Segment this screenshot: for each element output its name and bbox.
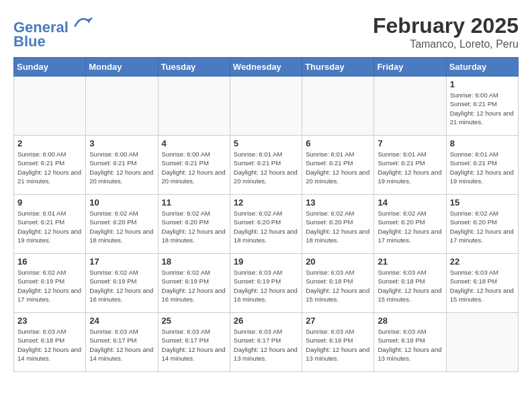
day-info: Sunrise: 6:03 AM Sunset: 6:18 PM Dayligh…: [17, 327, 82, 363]
calendar-cell: 6Sunrise: 6:01 AM Sunset: 6:21 PM Daylig…: [302, 136, 374, 195]
logo-icon: [74, 13, 93, 32]
day-info: Sunrise: 6:02 AM Sunset: 6:20 PM Dayligh…: [378, 209, 442, 244]
calendar-cell: 14Sunrise: 6:02 AM Sunset: 6:20 PM Dayli…: [374, 195, 446, 254]
day-number: 20: [306, 257, 370, 267]
day-info: Sunrise: 6:03 AM Sunset: 6:18 PM Dayligh…: [306, 268, 370, 304]
calendar-cell: 25Sunrise: 6:03 AM Sunset: 6:17 PM Dayli…: [158, 313, 230, 372]
day-number: 6: [306, 138, 370, 148]
day-info: Sunrise: 6:02 AM Sunset: 6:20 PM Dayligh…: [162, 209, 226, 244]
calendar-cell: 13Sunrise: 6:02 AM Sunset: 6:20 PM Dayli…: [302, 195, 374, 254]
day-number: 15: [450, 197, 515, 208]
day-info: Sunrise: 6:03 AM Sunset: 6:16 PM Dayligh…: [378, 327, 442, 363]
day-number: 4: [162, 138, 226, 148]
day-info: Sunrise: 6:02 AM Sunset: 6:19 PM Dayligh…: [89, 268, 154, 304]
calendar-cell: 9Sunrise: 6:01 AM Sunset: 6:21 PM Daylig…: [14, 195, 86, 254]
day-info: Sunrise: 6:00 AM Sunset: 6:21 PM Dayligh…: [89, 150, 154, 185]
page-header: General Blue February 2025 Tamanco, Lore…: [13, 13, 519, 50]
calendar-cell: [446, 313, 518, 372]
calendar-cell: 11Sunrise: 6:02 AM Sunset: 6:20 PM Dayli…: [158, 195, 230, 254]
weekday-header-row: SundayMondayTuesdayWednesdayThursdayFrid…: [14, 58, 519, 77]
week-row-5: 23Sunrise: 6:03 AM Sunset: 6:18 PM Dayli…: [14, 313, 519, 372]
week-row-3: 9Sunrise: 6:01 AM Sunset: 6:21 PM Daylig…: [14, 195, 519, 254]
day-info: Sunrise: 6:00 AM Sunset: 6:21 PM Dayligh…: [17, 150, 82, 185]
calendar-cell: 26Sunrise: 6:03 AM Sunset: 6:17 PM Dayli…: [230, 313, 302, 372]
calendar-cell: 27Sunrise: 6:03 AM Sunset: 6:16 PM Dayli…: [302, 313, 374, 372]
day-info: Sunrise: 6:02 AM Sunset: 6:20 PM Dayligh…: [89, 209, 154, 244]
day-number: 9: [17, 197, 82, 208]
day-info: Sunrise: 6:02 AM Sunset: 6:20 PM Dayligh…: [306, 209, 370, 244]
month-title: February 2025: [373, 13, 519, 38]
day-info: Sunrise: 6:00 AM Sunset: 6:21 PM Dayligh…: [450, 91, 515, 126]
day-info: Sunrise: 6:01 AM Sunset: 6:21 PM Dayligh…: [234, 150, 298, 185]
day-number: 11: [162, 197, 226, 208]
calendar-cell: 2Sunrise: 6:00 AM Sunset: 6:21 PM Daylig…: [14, 136, 86, 195]
calendar-cell: 7Sunrise: 6:01 AM Sunset: 6:21 PM Daylig…: [374, 136, 446, 195]
day-number: 17: [89, 257, 154, 267]
day-info: Sunrise: 6:03 AM Sunset: 6:17 PM Dayligh…: [234, 327, 298, 363]
calendar-cell: 4Sunrise: 6:00 AM Sunset: 6:21 PM Daylig…: [158, 136, 230, 195]
calendar-cell: 21Sunrise: 6:03 AM Sunset: 6:18 PM Dayli…: [374, 254, 446, 313]
calendar-cell: 19Sunrise: 6:03 AM Sunset: 6:19 PM Dayli…: [230, 254, 302, 313]
day-number: 21: [378, 257, 442, 267]
calendar-table: SundayMondayTuesdayWednesdayThursdayFrid…: [13, 57, 519, 372]
calendar-cell: 18Sunrise: 6:02 AM Sunset: 6:19 PM Dayli…: [158, 254, 230, 313]
calendar-cell: 8Sunrise: 6:01 AM Sunset: 6:21 PM Daylig…: [446, 136, 518, 195]
calendar-cell: [302, 77, 374, 136]
day-info: Sunrise: 6:02 AM Sunset: 6:20 PM Dayligh…: [450, 209, 515, 244]
day-number: 5: [234, 138, 298, 148]
day-info: Sunrise: 6:02 AM Sunset: 6:19 PM Dayligh…: [17, 268, 82, 304]
day-number: 18: [162, 257, 226, 267]
day-number: 2: [17, 138, 82, 148]
week-row-4: 16Sunrise: 6:02 AM Sunset: 6:19 PM Dayli…: [14, 254, 519, 313]
calendar-cell: 23Sunrise: 6:03 AM Sunset: 6:18 PM Dayli…: [14, 313, 86, 372]
day-info: Sunrise: 6:01 AM Sunset: 6:21 PM Dayligh…: [450, 150, 515, 185]
day-info: Sunrise: 6:01 AM Sunset: 6:21 PM Dayligh…: [306, 150, 370, 185]
calendar-cell: 12Sunrise: 6:02 AM Sunset: 6:20 PM Dayli…: [230, 195, 302, 254]
day-number: 24: [89, 316, 154, 326]
week-row-2: 2Sunrise: 6:00 AM Sunset: 6:21 PM Daylig…: [14, 136, 519, 195]
weekday-header-saturday: Saturday: [446, 58, 518, 77]
day-number: 1: [450, 79, 515, 89]
day-info: Sunrise: 6:03 AM Sunset: 6:19 PM Dayligh…: [234, 268, 298, 304]
day-number: 7: [378, 138, 442, 148]
calendar-cell: [230, 77, 302, 136]
location-title: Tamanco, Loreto, Peru: [373, 38, 519, 50]
calendar-cell: [86, 77, 158, 136]
day-number: 23: [17, 316, 82, 326]
day-number: 28: [378, 316, 442, 326]
calendar-cell: 5Sunrise: 6:01 AM Sunset: 6:21 PM Daylig…: [230, 136, 302, 195]
calendar-cell: [374, 77, 446, 136]
calendar-cell: 10Sunrise: 6:02 AM Sunset: 6:20 PM Dayli…: [86, 195, 158, 254]
calendar-cell: 1Sunrise: 6:00 AM Sunset: 6:21 PM Daylig…: [446, 77, 518, 136]
calendar-cell: 22Sunrise: 6:03 AM Sunset: 6:18 PM Dayli…: [446, 254, 518, 313]
calendar-cell: 15Sunrise: 6:02 AM Sunset: 6:20 PM Dayli…: [446, 195, 518, 254]
weekday-header-sunday: Sunday: [14, 58, 86, 77]
day-number: 10: [89, 197, 154, 208]
calendar-cell: 28Sunrise: 6:03 AM Sunset: 6:16 PM Dayli…: [374, 313, 446, 372]
day-info: Sunrise: 6:01 AM Sunset: 6:21 PM Dayligh…: [378, 150, 442, 185]
day-info: Sunrise: 6:03 AM Sunset: 6:17 PM Dayligh…: [162, 327, 226, 363]
logo: General Blue: [13, 13, 93, 50]
day-number: 19: [234, 257, 298, 267]
calendar-cell: [14, 77, 86, 136]
calendar-cell: 17Sunrise: 6:02 AM Sunset: 6:19 PM Dayli…: [86, 254, 158, 313]
calendar-cell: 16Sunrise: 6:02 AM Sunset: 6:19 PM Dayli…: [14, 254, 86, 313]
week-row-1: 1Sunrise: 6:00 AM Sunset: 6:21 PM Daylig…: [14, 77, 519, 136]
day-number: 3: [89, 138, 154, 148]
day-number: 8: [450, 138, 515, 148]
calendar-cell: 3Sunrise: 6:00 AM Sunset: 6:21 PM Daylig…: [86, 136, 158, 195]
calendar-cell: 24Sunrise: 6:03 AM Sunset: 6:17 PM Dayli…: [86, 313, 158, 372]
day-number: 12: [234, 197, 298, 208]
day-info: Sunrise: 6:00 AM Sunset: 6:21 PM Dayligh…: [162, 150, 226, 185]
weekday-header-tuesday: Tuesday: [158, 58, 230, 77]
calendar-cell: [158, 77, 230, 136]
weekday-header-wednesday: Wednesday: [230, 58, 302, 77]
day-number: 22: [450, 257, 515, 267]
day-number: 16: [17, 257, 82, 267]
day-info: Sunrise: 6:03 AM Sunset: 6:18 PM Dayligh…: [378, 268, 442, 304]
day-number: 14: [378, 197, 442, 208]
day-number: 13: [306, 197, 370, 208]
day-info: Sunrise: 6:03 AM Sunset: 6:18 PM Dayligh…: [450, 268, 515, 304]
day-number: 27: [306, 316, 370, 326]
weekday-header-thursday: Thursday: [302, 58, 374, 77]
